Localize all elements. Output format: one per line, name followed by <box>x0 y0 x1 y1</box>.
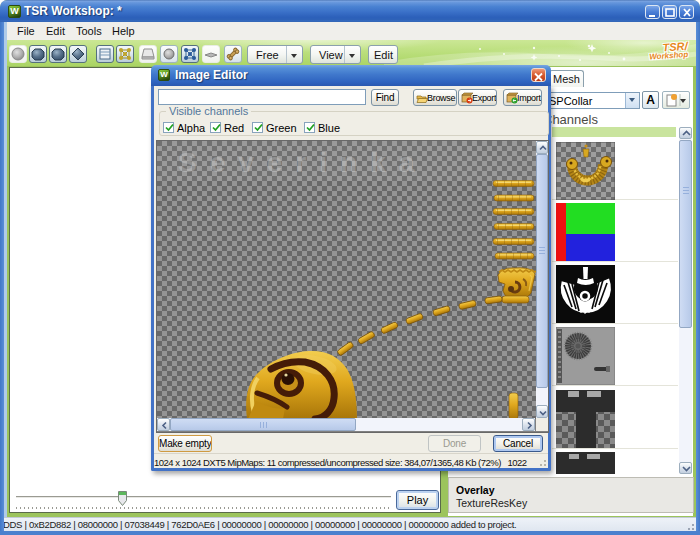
svg-text:Severinka: Severinka <box>178 147 427 178</box>
